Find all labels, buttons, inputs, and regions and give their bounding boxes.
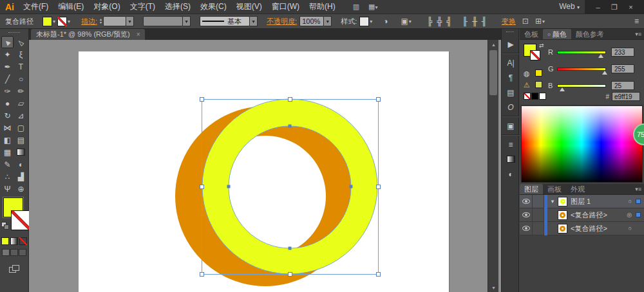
hex-field[interactable]: e9ff19: [612, 92, 640, 101]
gamut-swatch[interactable]: [535, 81, 542, 88]
web-color-swatch[interactable]: [535, 69, 542, 77]
tab-appearance[interactable]: 外观: [566, 184, 589, 194]
workspace-switcher[interactable]: Web ▾: [559, 2, 580, 11]
chevron-down-icon[interactable]: ▾: [409, 19, 412, 24]
eraser-tool[interactable]: ▱: [15, 97, 27, 109]
green-slider[interactable]: [557, 68, 606, 71]
blob-brush-tool[interactable]: ●: [1, 97, 14, 109]
stroke-link[interactable]: 描边:: [81, 17, 97, 26]
lock-cell[interactable]: [533, 222, 544, 235]
scroll-up-icon[interactable]: ▲: [488, 40, 499, 49]
panel-menu-icon[interactable]: ▾≡: [635, 31, 641, 37]
column-graph-tool[interactable]: ▟: [15, 170, 27, 183]
transform-icon[interactable]: ⊡: [522, 17, 529, 26]
control-panel-menu-icon[interactable]: ≡: [634, 17, 639, 26]
tab-color[interactable]: ○颜色: [543, 29, 571, 39]
layer-row[interactable]: ▼ 图层 1 ○: [520, 195, 644, 208]
chevron-down-icon[interactable]: ▾: [370, 19, 372, 24]
slider-thumb[interactable]: [602, 71, 607, 75]
draw-behind-button[interactable]: [10, 249, 18, 256]
draw-normal-button[interactable]: [2, 249, 10, 256]
gamut-warning-icon[interactable]: ⚠: [524, 81, 530, 89]
stroke-weight-field[interactable]: [103, 16, 126, 26]
visibility-cell[interactable]: [520, 222, 533, 235]
tab-color-guide[interactable]: 颜色参考: [571, 29, 609, 39]
menu-view[interactable]: 视图(V): [236, 1, 262, 12]
pen-tool[interactable]: ✒: [1, 60, 14, 73]
opacity-link[interactable]: 不透明度:: [267, 17, 297, 26]
gradient-panel-icon[interactable]: [502, 152, 520, 167]
scale-tool[interactable]: ⊿: [15, 109, 27, 122]
chevron-down-icon[interactable]: ▾: [68, 19, 70, 24]
chevron-down-icon[interactable]: ▾: [250, 16, 258, 26]
chevron-down-icon[interactable]: ▾: [324, 16, 332, 26]
selection-tool[interactable]: ◄: [1, 36, 14, 48]
lock-cell[interactable]: [533, 208, 544, 222]
shape-mode-icon[interactable]: ⊞: [535, 17, 542, 26]
align-center-icon[interactable]: ╬: [437, 17, 442, 26]
free-transform-tool[interactable]: ▢: [15, 122, 27, 134]
zoom-tool[interactable]: ⊕: [15, 183, 27, 195]
none-button[interactable]: [19, 237, 27, 245]
bridge-icon[interactable]: ▥: [353, 3, 359, 11]
direct-selection-tool[interactable]: ◅: [15, 36, 27, 48]
visibility-cell[interactable]: [520, 208, 533, 222]
distribute-right-icon[interactable]: ╢: [482, 17, 487, 26]
ellipse-tool[interactable]: ○: [15, 73, 27, 85]
line-segment-tool[interactable]: ╱: [1, 73, 14, 85]
slider-thumb[interactable]: [560, 87, 565, 91]
paintbrush-tool[interactable]: ✑: [1, 85, 14, 97]
rotate-tool[interactable]: ↻: [1, 109, 14, 122]
distribute-center-icon[interactable]: ╫: [472, 17, 477, 26]
type-tool[interactable]: T: [15, 60, 27, 73]
select-similar-icon[interactable]: ▣: [401, 17, 408, 26]
chevron-down-icon[interactable]: ▾: [542, 19, 545, 24]
draw-inside-button[interactable]: [19, 249, 26, 256]
arrange-documents-icon[interactable]: ▦▾: [368, 3, 377, 11]
lock-cell[interactable]: [533, 195, 544, 208]
slider-thumb[interactable]: [598, 54, 603, 58]
blue-slider[interactable]: [557, 84, 606, 87]
lasso-tool[interactable]: ξ: [15, 48, 27, 60]
expand-triangle-icon[interactable]: ▼: [550, 199, 558, 205]
panel-grip[interactable]: [8, 32, 20, 33]
eyedropper-tool[interactable]: ✎: [1, 158, 14, 170]
glyphs-panel-icon[interactable]: ▤: [502, 85, 520, 100]
red-slider[interactable]: [557, 51, 606, 54]
hand-tool[interactable]: Ψ: [1, 183, 14, 195]
web-color-icon[interactable]: ◍: [524, 69, 530, 78]
menu-edit[interactable]: 编辑(E): [58, 1, 84, 12]
color-spectrum-picker[interactable]: [521, 105, 643, 183]
stroke-proxy-swatch[interactable]: [11, 210, 31, 230]
target-icon[interactable]: ◎: [627, 212, 632, 218]
transform-link[interactable]: 变换: [502, 17, 516, 26]
close-button[interactable]: ×: [629, 3, 632, 11]
document-tab[interactable]: 未标题-1* @ 98% (RGB/预览) ×: [31, 29, 145, 40]
recolor-artwork-icon[interactable]: ◑: [383, 17, 388, 26]
align-left-icon[interactable]: ╠: [428, 17, 433, 26]
distribute-left-icon[interactable]: ╟: [462, 17, 468, 26]
black-swatch[interactable]: [531, 93, 538, 100]
layer-row[interactable]: <复合路径> ○: [520, 222, 644, 235]
color-button[interactable]: [1, 237, 9, 245]
pencil-tool[interactable]: ✏: [15, 85, 27, 97]
stroke-weight-stepper[interactable]: ▴▾: [100, 18, 102, 24]
symbol-sprayer-tool[interactable]: ∴: [1, 170, 14, 183]
green-value-field[interactable]: 255: [611, 64, 634, 73]
variable-width-profile-select[interactable]: [143, 16, 183, 26]
menu-type[interactable]: 文字(T): [130, 1, 155, 12]
blend-tool[interactable]: ◐: [15, 158, 27, 170]
pathfinder-panel-icon[interactable]: ◐: [502, 167, 520, 181]
selection-indicator[interactable]: [636, 212, 641, 217]
layer-name[interactable]: <复合路径>: [571, 210, 627, 220]
canvas-area[interactable]: ▲ ▼: [29, 40, 501, 292]
tab-layers[interactable]: 图层: [520, 184, 543, 194]
stroke-color-swatch[interactable]: [57, 17, 67, 26]
selection-indicator[interactable]: [636, 199, 641, 204]
menu-effect[interactable]: 效果(C): [200, 1, 227, 12]
fill-color-swatch[interactable]: [43, 17, 52, 26]
vertical-scrollbar[interactable]: ▲ ▼: [488, 40, 498, 292]
opacity-field[interactable]: 100%: [299, 16, 324, 26]
restore-button[interactable]: ❐: [611, 3, 618, 12]
target-icon[interactable]: ○: [629, 198, 632, 205]
